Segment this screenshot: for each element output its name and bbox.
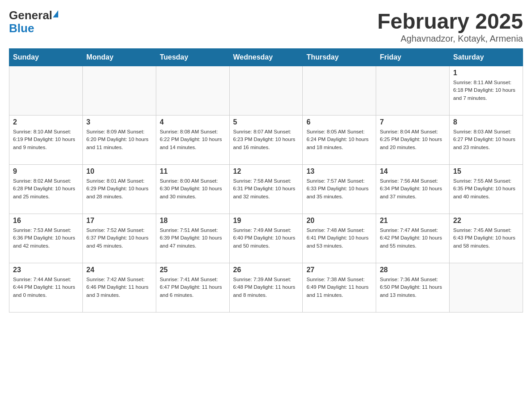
calendar-cell (229, 66, 303, 116)
logo: General Blue (9, 9, 59, 34)
calendar-cell: 21Sunrise: 7:47 AM Sunset: 6:42 PM Dayli… (376, 214, 450, 263)
weekday-header-saturday: Saturday (450, 49, 523, 66)
day-number: 8 (453, 118, 519, 126)
day-number: 11 (160, 167, 226, 176)
day-info: Sunrise: 8:07 AM Sunset: 6:23 PM Dayligh… (233, 128, 299, 151)
calendar-cell (450, 263, 523, 313)
calendar-table: SundayMondayTuesdayWednesdayThursdayFrid… (9, 48, 523, 313)
calendar-week-row: 16Sunrise: 7:53 AM Sunset: 6:36 PM Dayli… (9, 214, 523, 263)
calendar-cell: 12Sunrise: 7:58 AM Sunset: 6:31 PM Dayli… (229, 165, 303, 214)
day-info: Sunrise: 8:10 AM Sunset: 6:19 PM Dayligh… (13, 128, 79, 151)
calendar-cell: 3Sunrise: 8:09 AM Sunset: 6:20 PM Daylig… (82, 116, 156, 165)
calendar-cell: 2Sunrise: 8:10 AM Sunset: 6:19 PM Daylig… (9, 116, 83, 165)
calendar-cell: 27Sunrise: 7:38 AM Sunset: 6:49 PM Dayli… (303, 263, 376, 313)
calendar-cell: 9Sunrise: 8:02 AM Sunset: 6:28 PM Daylig… (9, 165, 83, 214)
day-number: 7 (380, 118, 446, 126)
day-number: 25 (160, 266, 226, 274)
weekday-header-tuesday: Tuesday (156, 49, 229, 66)
logo-triangle-icon (53, 10, 58, 17)
weekday-header-sunday: Sunday (9, 49, 83, 66)
calendar-cell: 13Sunrise: 7:57 AM Sunset: 6:33 PM Dayli… (303, 165, 376, 214)
day-number: 9 (13, 167, 79, 176)
day-info: Sunrise: 8:11 AM Sunset: 6:18 PM Dayligh… (453, 79, 519, 102)
weekday-header-thursday: Thursday (303, 49, 376, 66)
day-info: Sunrise: 8:02 AM Sunset: 6:28 PM Dayligh… (13, 177, 79, 201)
calendar-cell: 11Sunrise: 8:00 AM Sunset: 6:30 PM Dayli… (156, 165, 229, 214)
calendar-cell: 6Sunrise: 8:05 AM Sunset: 6:24 PM Daylig… (303, 116, 376, 165)
day-number: 3 (86, 118, 152, 126)
day-info: Sunrise: 7:51 AM Sunset: 6:39 PM Dayligh… (160, 227, 226, 250)
day-info: Sunrise: 8:09 AM Sunset: 6:20 PM Dayligh… (86, 128, 152, 151)
day-info: Sunrise: 7:45 AM Sunset: 6:43 PM Dayligh… (453, 227, 519, 250)
day-info: Sunrise: 8:03 AM Sunset: 6:27 PM Dayligh… (453, 128, 519, 151)
day-info: Sunrise: 7:42 AM Sunset: 6:46 PM Dayligh… (86, 276, 152, 299)
day-number: 12 (233, 167, 299, 176)
calendar-cell: 25Sunrise: 7:41 AM Sunset: 6:47 PM Dayli… (156, 263, 229, 313)
day-number: 22 (453, 217, 519, 225)
calendar-week-row: 9Sunrise: 8:02 AM Sunset: 6:28 PM Daylig… (9, 165, 523, 214)
day-info: Sunrise: 7:53 AM Sunset: 6:36 PM Dayligh… (13, 227, 79, 250)
calendar-cell: 20Sunrise: 7:48 AM Sunset: 6:41 PM Dayli… (303, 214, 376, 263)
day-info: Sunrise: 8:08 AM Sunset: 6:22 PM Dayligh… (160, 128, 226, 151)
calendar-cell: 18Sunrise: 7:51 AM Sunset: 6:39 PM Dayli… (156, 214, 229, 263)
day-info: Sunrise: 8:00 AM Sunset: 6:30 PM Dayligh… (160, 177, 226, 201)
calendar-cell: 14Sunrise: 7:56 AM Sunset: 6:34 PM Dayli… (376, 165, 450, 214)
calendar-week-row: 2Sunrise: 8:10 AM Sunset: 6:19 PM Daylig… (9, 116, 523, 165)
day-number: 5 (233, 118, 299, 126)
calendar-week-row: 1Sunrise: 8:11 AM Sunset: 6:18 PM Daylig… (9, 66, 523, 116)
day-info: Sunrise: 7:38 AM Sunset: 6:49 PM Dayligh… (306, 276, 372, 299)
day-info: Sunrise: 7:58 AM Sunset: 6:31 PM Dayligh… (233, 177, 299, 201)
day-info: Sunrise: 8:05 AM Sunset: 6:24 PM Dayligh… (306, 128, 372, 151)
calendar-cell: 7Sunrise: 8:04 AM Sunset: 6:25 PM Daylig… (376, 116, 450, 165)
calendar-cell: 16Sunrise: 7:53 AM Sunset: 6:36 PM Dayli… (9, 214, 83, 263)
day-info: Sunrise: 7:55 AM Sunset: 6:35 PM Dayligh… (453, 177, 519, 201)
calendar-cell: 24Sunrise: 7:42 AM Sunset: 6:46 PM Dayli… (82, 263, 156, 313)
calendar-cell (156, 66, 229, 116)
page-header: General Blue February 2025 Aghavnadzor, … (9, 9, 523, 44)
calendar-title: February 2025 (377, 9, 523, 34)
day-number: 14 (380, 167, 446, 176)
day-number: 18 (160, 217, 226, 225)
calendar-cell: 1Sunrise: 8:11 AM Sunset: 6:18 PM Daylig… (450, 66, 523, 116)
day-number: 24 (86, 266, 152, 274)
calendar-cell (303, 66, 376, 116)
day-info: Sunrise: 7:57 AM Sunset: 6:33 PM Dayligh… (306, 177, 372, 201)
day-number: 16 (13, 217, 79, 225)
calendar-cell: 28Sunrise: 7:36 AM Sunset: 6:50 PM Dayli… (376, 263, 450, 313)
calendar-cell: 26Sunrise: 7:39 AM Sunset: 6:48 PM Dayli… (229, 263, 303, 313)
day-number: 13 (306, 167, 372, 176)
calendar-cell: 4Sunrise: 8:08 AM Sunset: 6:22 PM Daylig… (156, 116, 229, 165)
day-number: 1 (453, 69, 519, 77)
calendar-cell (9, 66, 83, 116)
calendar-cell: 5Sunrise: 8:07 AM Sunset: 6:23 PM Daylig… (229, 116, 303, 165)
day-info: Sunrise: 7:39 AM Sunset: 6:48 PM Dayligh… (233, 276, 299, 299)
day-number: 28 (380, 266, 446, 274)
day-number: 10 (86, 167, 152, 176)
calendar-cell: 23Sunrise: 7:44 AM Sunset: 6:44 PM Dayli… (9, 263, 83, 313)
day-info: Sunrise: 8:04 AM Sunset: 6:25 PM Dayligh… (380, 128, 446, 151)
day-number: 2 (13, 118, 79, 126)
logo-general-text: General (9, 9, 52, 22)
weekday-header-row: SundayMondayTuesdayWednesdayThursdayFrid… (9, 49, 523, 66)
calendar-cell: 22Sunrise: 7:45 AM Sunset: 6:43 PM Dayli… (450, 214, 523, 263)
day-info: Sunrise: 7:36 AM Sunset: 6:50 PM Dayligh… (380, 276, 446, 299)
day-number: 27 (306, 266, 372, 274)
title-block: February 2025 Aghavnadzor, Kotayk, Armen… (377, 9, 523, 44)
day-info: Sunrise: 7:49 AM Sunset: 6:40 PM Dayligh… (233, 227, 299, 250)
day-info: Sunrise: 7:41 AM Sunset: 6:47 PM Dayligh… (160, 276, 226, 299)
day-info: Sunrise: 7:47 AM Sunset: 6:42 PM Dayligh… (380, 227, 446, 250)
day-info: Sunrise: 7:56 AM Sunset: 6:34 PM Dayligh… (380, 177, 446, 201)
calendar-cell: 17Sunrise: 7:52 AM Sunset: 6:37 PM Dayli… (82, 214, 156, 263)
day-number: 20 (306, 217, 372, 225)
day-number: 15 (453, 167, 519, 176)
calendar-cell: 19Sunrise: 7:49 AM Sunset: 6:40 PM Dayli… (229, 214, 303, 263)
day-info: Sunrise: 7:48 AM Sunset: 6:41 PM Dayligh… (306, 227, 372, 250)
weekday-header-monday: Monday (82, 49, 156, 66)
calendar-cell (376, 66, 450, 116)
day-info: Sunrise: 8:01 AM Sunset: 6:29 PM Dayligh… (86, 177, 152, 201)
day-number: 26 (233, 266, 299, 274)
day-number: 17 (86, 217, 152, 225)
weekday-header-wednesday: Wednesday (229, 49, 303, 66)
calendar-cell: 10Sunrise: 8:01 AM Sunset: 6:29 PM Dayli… (82, 165, 156, 214)
calendar-subtitle: Aghavnadzor, Kotayk, Armenia (377, 34, 523, 44)
